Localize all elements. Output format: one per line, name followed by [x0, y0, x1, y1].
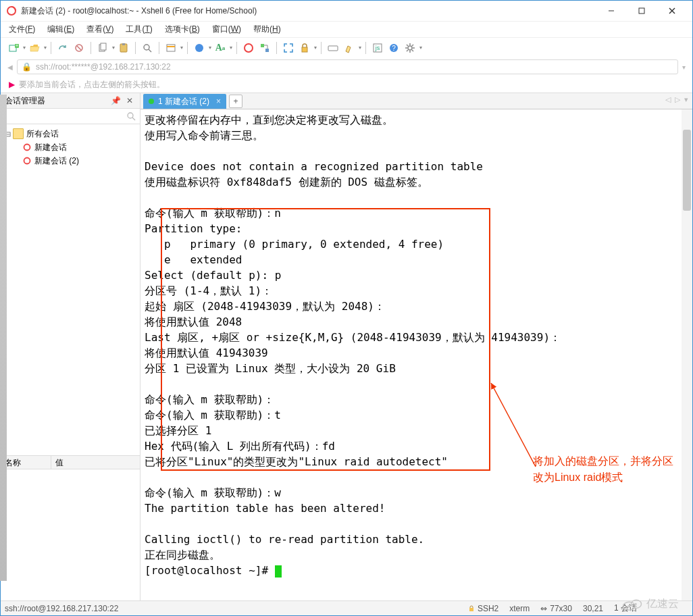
addr-dropdown-icon[interactable]: ▾ [682, 63, 686, 71]
script-icon[interactable]: js [370, 41, 385, 55]
svg-text:?: ? [392, 45, 396, 52]
tree-root[interactable]: ⊟ 所有会话 [3, 127, 137, 140]
new-tab-button[interactable]: + [229, 95, 242, 108]
address-bar: ◀ 🔒 ssh://root:******@192.168.217.130:22… [1, 57, 692, 76]
addr-back-icon[interactable]: ◀ [7, 63, 17, 71]
session-tree: ⊟ 所有会话 新建会话 新建会话 (2) [1, 124, 140, 455]
highlight-icon[interactable] [342, 41, 357, 55]
paste-icon[interactable] [116, 41, 131, 55]
prop-col-value[interactable]: 值 [51, 456, 68, 469]
status-bar: ssh://root@192.168.217.130:22 SSH2 xterm… [1, 600, 692, 615]
status-pos: 30,21 [583, 604, 603, 613]
window-title: 新建会话 (2) - root@localhost:~ - Xshell 6 (… [21, 5, 596, 17]
address-text: ssh://root:******@192.168.217.130:22 [36, 62, 171, 72]
svg-rect-2 [639, 8, 644, 14]
status-proto: SSH2 [468, 604, 498, 613]
close-button[interactable] [657, 1, 687, 20]
watermark: 亿速云 [622, 597, 679, 611]
folder-icon [13, 128, 24, 139]
sidebar-close-icon[interactable]: ✕ [124, 96, 136, 105]
tab-label: 1 新建会话 (2) [158, 96, 209, 107]
lock-small-icon: 🔒 [22, 62, 32, 72]
font-icon[interactable]: Aa [213, 41, 228, 55]
menu-tab[interactable]: 选项卡(B) [162, 22, 203, 36]
maximize-button[interactable] [626, 1, 657, 20]
swirl-icon[interactable] [241, 41, 256, 55]
toolbar: +▾ ▾ ▾ ▾ ▾ Aa▾ ▾ ▾ js ? ▾ [1, 37, 692, 57]
svg-line-9 [77, 46, 81, 50]
title-bar: 新建会话 (2) - root@localhost:~ - Xshell 6 (… [1, 1, 692, 21]
session-tab[interactable]: 1 新建会话 (2) × [143, 94, 226, 109]
copy-icon[interactable] [95, 41, 110, 55]
sidebar-title: 会话管理器 [5, 95, 108, 107]
svg-rect-23 [328, 46, 338, 51]
status-connection: ssh://root@192.168.217.130:22 [5, 604, 118, 613]
svg-line-32 [132, 118, 135, 120]
search-icon[interactable] [140, 41, 155, 55]
svg-point-18 [195, 44, 203, 52]
svg-rect-11 [101, 43, 106, 50]
new-session-icon[interactable]: + [6, 41, 21, 55]
sidebar-properties: 名称 值 [1, 455, 140, 600]
svg-rect-13 [122, 43, 125, 45]
tree-item-label: 新建会话 (2) [34, 155, 79, 167]
sidebar-search[interactable] [1, 109, 140, 124]
transfer-icon[interactable] [257, 41, 272, 55]
terminal-output[interactable]: 更改将停留在内存中，直到您决定将更改写入磁盘。 使用写入命令前请三思。 Devi… [140, 109, 692, 600]
status-dot-icon [149, 99, 154, 104]
disconnect-icon[interactable] [72, 41, 86, 55]
svg-point-30 [408, 46, 412, 50]
hint-text: 要添加当前会话，点击左侧的箭头按钮。 [19, 79, 165, 91]
svg-point-39 [627, 605, 630, 607]
svg-point-34 [24, 158, 30, 164]
open-icon[interactable] [27, 41, 42, 55]
tab-close-icon[interactable]: × [216, 97, 221, 106]
properties-icon[interactable] [163, 41, 178, 55]
menu-view[interactable]: 查看(V) [84, 22, 116, 36]
tab-strip: 1 新建会话 (2) × + ◁ ▷ ▾ [140, 93, 692, 109]
tab-prev-icon[interactable]: ◁ [665, 95, 671, 104]
menu-bar: 文件(F) 编辑(E) 查看(V) 工具(T) 选项卡(B) 窗口(W) 帮助(… [1, 21, 692, 37]
annotation-text: 将加入的磁盘分区，并将分区改为Linux raid模式 [533, 453, 682, 486]
address-input[interactable]: 🔒 ssh://root:******@192.168.217.130:22 [17, 59, 678, 74]
tab-list-icon[interactable]: ▾ [684, 95, 688, 104]
session-icon [22, 156, 32, 165]
app-icon [6, 5, 17, 16]
menu-window[interactable]: 窗口(W) [209, 22, 244, 36]
menu-tools[interactable]: 工具(T) [123, 22, 155, 36]
fullscreen-icon[interactable] [281, 41, 296, 55]
menu-help[interactable]: 帮助(H) [251, 22, 284, 36]
session-icon [22, 143, 32, 152]
svg-text:+: + [16, 43, 18, 48]
svg-rect-22 [302, 47, 307, 52]
minimize-button[interactable] [596, 1, 626, 20]
svg-point-19 [245, 44, 253, 52]
help-icon[interactable]: ? [386, 41, 401, 55]
menu-edit[interactable]: 编辑(E) [45, 22, 77, 36]
terminal-scrollbar[interactable] [682, 109, 692, 600]
svg-rect-21 [265, 49, 269, 52]
svg-line-15 [149, 49, 151, 52]
sidebar-header: 会话管理器 📌 ✕ [1, 93, 140, 109]
svg-rect-16 [167, 45, 175, 51]
settings-icon[interactable] [403, 41, 417, 55]
keyboard-icon[interactable] [326, 41, 340, 55]
pin-icon[interactable]: 📌 [108, 96, 124, 105]
status-term: xterm [509, 604, 530, 613]
svg-text:js: js [375, 45, 380, 51]
menu-file[interactable]: 文件(F) [6, 22, 38, 36]
prop-col-name[interactable]: 名称 [1, 456, 51, 469]
tree-item[interactable]: 新建会话 [3, 140, 137, 154]
color-icon[interactable] [192, 41, 207, 55]
session-sidebar: 会话管理器 📌 ✕ ⊟ 所有会话 新建会话 [1, 93, 140, 600]
flag-icon: ▶ [9, 80, 15, 89]
svg-point-33 [24, 145, 30, 151]
tab-next-icon[interactable]: ▷ [675, 95, 680, 104]
svg-point-31 [128, 113, 133, 118]
tree-item[interactable]: 新建会话 (2) [3, 154, 137, 168]
lock-icon[interactable] [297, 41, 312, 55]
hint-line: ▶ 要添加当前会话，点击左侧的箭头按钮。 [1, 76, 692, 93]
reconnect-icon[interactable] [55, 41, 70, 55]
tree-item-label: 新建会话 [34, 142, 67, 153]
tree-root-label: 所有会话 [26, 128, 59, 140]
